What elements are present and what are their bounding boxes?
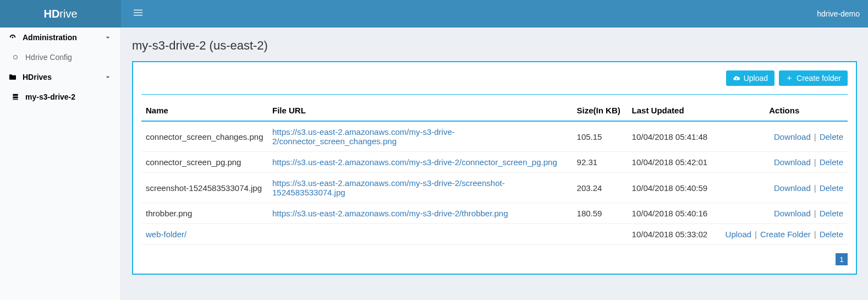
svg-rect-1: [134, 12, 142, 13]
file-size: 180.59: [573, 203, 628, 224]
file-updated: 10/04/2018 05:40:59: [628, 173, 721, 203]
actions-cell: Download|Delete: [721, 152, 848, 173]
hamburger-button[interactable]: [129, 4, 147, 24]
page-number[interactable]: 1: [836, 253, 848, 265]
svg-rect-2: [134, 15, 142, 15]
user-label[interactable]: hdrive-demo: [817, 9, 860, 18]
body-wrapper: Administration Hdrive Config HDrives: [0, 28, 868, 300]
toolbar: Upload Create folder: [141, 70, 848, 95]
download-link[interactable]: Download: [774, 209, 811, 218]
file-size: 203.24: [573, 173, 628, 203]
col-name: Name: [141, 100, 268, 121]
separator: |: [811, 209, 820, 218]
sidebar: Administration Hdrive Config HDrives: [0, 28, 121, 300]
folder-icon: [8, 73, 17, 81]
upload-link[interactable]: Upload: [726, 230, 752, 239]
sidebar-item-my-s3-drive-2[interactable]: my-s3-drive-2: [0, 87, 120, 107]
create-folder-button[interactable]: Create folder: [779, 70, 848, 86]
sidebar-item-label: Administration: [23, 33, 77, 42]
table-row: connector_screen_pg.pnghttps://s3.us-eas…: [141, 152, 848, 173]
file-panel: Upload Create folder Name File URL Size(…: [132, 61, 857, 275]
file-url-link[interactable]: https://s3.us-east-2.amazonaws.com/my-s3…: [272, 127, 455, 146]
sidebar-item-label: HDrives: [23, 73, 52, 81]
file-updated: 10/04/2018 05:40:16: [628, 203, 721, 224]
file-name: connector_screen_changes.png: [141, 121, 268, 152]
download-link[interactable]: Download: [774, 157, 811, 167]
sidebar-item-administration[interactable]: Administration: [0, 28, 120, 47]
col-size: Size(In KB): [573, 100, 628, 121]
sidebar-item-hdrive-config[interactable]: Hdrive Config: [0, 47, 120, 67]
topbar: HDrive hdrive-demo: [0, 0, 868, 28]
chevron-down-icon: [103, 33, 112, 42]
table-row: web-folder/10/04/2018 05:33:02Upload|Cre…: [141, 224, 848, 245]
sidebar-item-label: Hdrive Config: [25, 53, 72, 62]
page-title: my-s3-drive-2 (us-east-2): [132, 39, 857, 53]
table-row: screenshot-1524583533074.jpghttps://s3.u…: [141, 173, 848, 203]
content: my-s3-drive-2 (us-east-2) Upload Create …: [121, 28, 868, 300]
create-folder-link[interactable]: Create Folder: [760, 230, 811, 239]
separator: |: [811, 230, 820, 239]
upload-button[interactable]: Upload: [726, 70, 774, 86]
dashboard-icon: [8, 33, 17, 42]
logo-rest: rive: [59, 8, 77, 20]
delete-link[interactable]: Delete: [820, 209, 843, 218]
create-folder-button-label: Create folder: [796, 74, 841, 83]
cloud-upload-icon: [733, 74, 740, 82]
chevron-down-icon: [103, 73, 112, 81]
file-name: screenshot-1524583533074.jpg: [141, 173, 268, 203]
separator: |: [811, 157, 820, 167]
file-updated: 10/04/2018 05:41:48: [628, 121, 721, 152]
delete-link[interactable]: Delete: [820, 157, 843, 167]
logo-bold: HD: [43, 8, 59, 20]
actions-cell: Upload|Create Folder|Delete: [721, 224, 848, 245]
download-link[interactable]: Download: [774, 183, 811, 193]
file-size: 92.31: [573, 152, 628, 173]
file-updated: 10/04/2018 05:33:02: [628, 224, 721, 245]
file-size: 105.15: [573, 121, 628, 152]
file-name: connector_screen_pg.png: [141, 152, 268, 173]
separator: |: [811, 183, 820, 193]
plus-icon: [785, 74, 793, 82]
folder-link[interactable]: web-folder/: [146, 230, 186, 239]
file-name: throbber.png: [141, 203, 268, 224]
topbar-right: hdrive-demo: [121, 4, 868, 24]
actions-cell: Download|Delete: [721, 173, 848, 203]
drive-icon: [11, 92, 20, 101]
svg-rect-0: [134, 10, 142, 10]
separator: |: [751, 230, 760, 239]
table-row: throbber.pnghttps://s3.us-east-2.amazona…: [141, 203, 848, 224]
col-actions: Actions: [721, 100, 848, 121]
logo[interactable]: HDrive: [0, 0, 121, 28]
col-url: File URL: [268, 100, 573, 121]
download-link[interactable]: Download: [774, 132, 811, 141]
separator: |: [811, 132, 820, 141]
file-url-link[interactable]: https://s3.us-east-2.amazonaws.com/my-s3…: [272, 178, 505, 197]
svg-point-3: [14, 56, 18, 59]
sidebar-item-label: my-s3-drive-2: [25, 92, 75, 101]
col-updated: Last Updated: [628, 100, 721, 121]
sidebar-item-hdrives[interactable]: HDrives: [0, 67, 120, 87]
circle-icon: [11, 53, 20, 62]
pagination: 1: [141, 253, 848, 265]
delete-link[interactable]: Delete: [820, 132, 843, 141]
file-updated: 10/04/2018 05:42:01: [628, 152, 721, 173]
file-url-link[interactable]: https://s3.us-east-2.amazonaws.com/my-s3…: [272, 209, 508, 218]
file-table: Name File URL Size(In KB) Last Updated A…: [141, 100, 848, 245]
file-size: [573, 224, 628, 245]
delete-link[interactable]: Delete: [820, 230, 843, 239]
table-row: connector_screen_changes.pnghttps://s3.u…: [141, 121, 848, 152]
hamburger-icon: [134, 8, 142, 17]
upload-button-label: Upload: [744, 74, 768, 83]
file-url-link[interactable]: https://s3.us-east-2.amazonaws.com/my-s3…: [272, 157, 557, 167]
actions-cell: Download|Delete: [721, 121, 848, 152]
delete-link[interactable]: Delete: [820, 183, 843, 193]
actions-cell: Download|Delete: [721, 203, 848, 224]
